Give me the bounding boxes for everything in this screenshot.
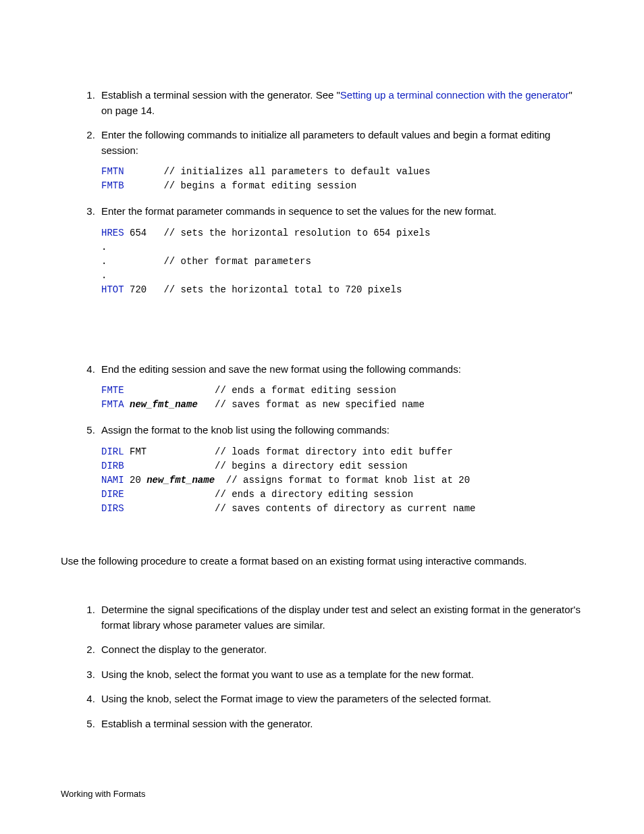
step2-1-text: Determine the signal specifications of t… [101,604,581,631]
step2-1: Determine the signal specifications of t… [98,602,583,633]
step-5: Assign the format to the knob list using… [98,423,583,516]
cmd-nami-var: new_fmt_name [146,475,215,486]
cmd-dirb: DIRB [101,461,124,471]
step-1: Establish a terminal session with the ge… [98,88,583,118]
step-1-text-a: Establish a terminal session with the ge… [101,89,340,101]
procedure-2-list: Determine the signal specifications of t… [81,602,583,731]
footer-text: Working with Formats [61,787,145,801]
cmd-nami-rest: // assigns format to format knob list at… [215,475,470,486]
step-2-text: Enter the following commands to initiali… [101,129,550,156]
cmd-fmtn: FMTN [101,166,124,177]
step2-2: Connect the display to the generator. [98,642,583,658]
procedure-1-list: Establish a terminal session with the ge… [81,88,583,297]
cmd-hres-rest: 654 // sets the horizontal resolution to… [124,228,431,238]
cmd-nami-mid: 20 [124,475,147,486]
step2-4-text: Using the knob, select the Format image … [101,693,491,704]
code-dot-3: . [101,270,107,281]
cmd-fmtb: FMTB [101,180,124,191]
code-dot-2: . // other format parameters [101,256,311,267]
cmd-dirs-rest: // saves contents of directory as curren… [124,503,476,514]
step-4: End the editing session and save the new… [98,362,583,413]
cmd-fmta: FMTA [101,399,124,410]
step2-3-text: Using the knob, select the format you wa… [101,669,474,680]
terminal-setup-link[interactable]: Setting up a terminal connection with th… [340,89,569,101]
cmd-dirl: DIRL [101,446,124,457]
cmd-dirs: DIRS [101,503,124,514]
code-dot-1: . [101,242,107,253]
procedure-1-list-cont: End the editing session and save the new… [81,362,583,516]
cmd-htot: HTOT [101,284,124,295]
cmd-fmtn-comment: // initializes all parameters to default… [124,166,431,177]
procedure-2-intro: Use the following procedure to create a … [61,554,583,569]
step2-5: Establish a terminal session with the ge… [98,716,583,732]
cmd-nami: NAMI [101,475,124,486]
cmd-htot-rest: 720 // sets the horizontal total to 720 … [124,284,402,295]
code-block-save: FMTE // ends a format editing session FM… [101,384,583,412]
step2-5-text: Establish a terminal session with the ge… [101,718,313,729]
cmd-dire-rest: // ends a directory editing session [124,489,413,500]
code-block-knob: DIRL FMT // loads format directory into … [101,445,583,516]
step2-4: Using the knob, select the Format image … [98,692,583,707]
step-5-text: Assign the format to the knob list using… [101,424,390,436]
step-4-text: End the editing session and save the new… [101,363,461,375]
cmd-hres: HRES [101,228,124,238]
cmd-fmte: FMTE [101,385,124,396]
cmd-fmta-var: new_fmt_name [124,399,198,410]
cmd-dire: DIRE [101,489,124,500]
code-block-init: FMTN // initializes all parameters to de… [101,165,583,193]
cmd-dirl-rest: FMT // loads format directory into edit … [124,446,453,457]
cmd-fmtb-comment: // begins a format editing session [124,180,356,191]
step2-2-text: Connect the display to the generator. [101,644,267,655]
cmd-fmte-rest: // ends a format editing session [124,385,396,396]
step-2: Enter the following commands to initiali… [98,128,583,193]
cmd-dirb-rest: // begins a directory edit session [124,461,408,471]
step-3: Enter the format parameter commands in s… [98,204,583,297]
step-3-text: Enter the format parameter commands in s… [101,205,496,217]
step2-3: Using the knob, select the format you wa… [98,667,583,683]
cmd-fmta-rest: // saves format as new specified name [198,399,425,410]
code-block-params: HRES 654 // sets the horizontal resoluti… [101,226,583,297]
